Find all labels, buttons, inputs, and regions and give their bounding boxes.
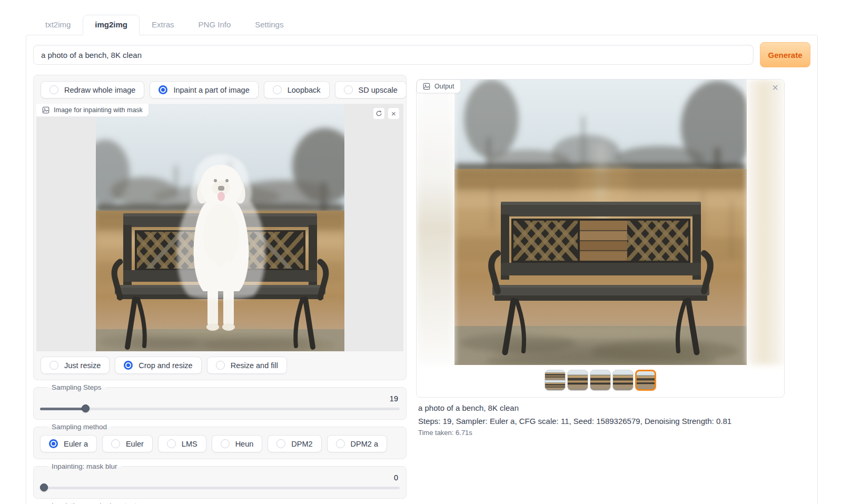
output-label: Output <box>434 83 454 90</box>
sampler-option-dpm2[interactable]: DPM2 <box>268 435 321 452</box>
radio-selected-icon <box>159 85 167 94</box>
settings-column: Redraw whole image Inpaint a part of ima… <box>33 75 407 504</box>
sampler-option-dpm2-a[interactable]: DPM2 a <box>327 435 387 452</box>
slider-track[interactable] <box>40 408 400 410</box>
sampler-option-label: LMS <box>182 440 197 448</box>
sampler-option-euler[interactable]: Euler <box>102 435 153 452</box>
slider-fill <box>40 408 86 410</box>
thumbnail-4-selected[interactable] <box>635 370 656 391</box>
sampler-option-label: Euler a <box>64 440 88 448</box>
mode-option-redraw-whole-image[interactable]: Redraw whole image <box>41 81 144 98</box>
masked-content-label: Inpainting: masked content <box>47 501 141 504</box>
radio-unselected-icon <box>276 439 285 448</box>
mode-option-loopback[interactable]: Loopback <box>264 81 330 98</box>
radio-selected-icon <box>124 361 133 370</box>
image-mode-panel: Redraw whole image Inpaint a part of ima… <box>33 75 407 380</box>
editor-label: Image for inpainting with mask <box>54 106 143 114</box>
prompt-row: Generate <box>33 42 810 67</box>
sampling-steps-fieldset: Sampling Steps 19 <box>33 387 407 420</box>
thumbnail-grid[interactable] <box>545 370 566 391</box>
caption-time: Time taken: 6.71s <box>418 429 785 437</box>
img2img-panel: Generate Redraw whole image Inpaint a pa… <box>26 35 818 504</box>
tab-bar: txt2img img2img Extras PNG Info Settings <box>33 15 295 34</box>
sampler-option-label: DPM2 <box>291 440 312 448</box>
radio-unselected-icon <box>216 361 225 370</box>
radio-unselected-icon <box>344 85 353 94</box>
mask-blur-value: 0 <box>40 473 400 482</box>
thumbnail-3[interactable] <box>612 370 634 391</box>
radio-unselected-icon <box>336 439 345 448</box>
inpaint-image-editor[interactable]: Image for inpainting with mask × <box>36 104 403 351</box>
sampling-steps-value: 19 <box>40 394 400 403</box>
tab-txt2img[interactable]: txt2img <box>33 15 83 34</box>
mode-option-label: Redraw whole image <box>64 86 135 94</box>
resize-option-crop-and-resize[interactable]: Crop and resize <box>115 357 201 374</box>
undo-icon <box>375 110 382 117</box>
blurred-edge-right <box>747 80 785 365</box>
tab-png-info[interactable]: PNG Info <box>186 15 243 34</box>
caption-params: Steps: 19, Sampler: Euler a, CFG scale: … <box>418 417 785 426</box>
resize-radio-group: Just resize Crop and resize Resize and f… <box>36 353 403 377</box>
slider-handle[interactable] <box>82 404 90 412</box>
mode-radio-group: Redraw whole image Inpaint a part of ima… <box>36 78 403 102</box>
output-label-chip: Output <box>417 80 461 93</box>
radio-selected-icon <box>49 439 58 448</box>
image-icon <box>42 106 50 114</box>
sampler-option-label: Heun <box>235 440 254 448</box>
tab-settings[interactable]: Settings <box>243 15 295 34</box>
caption-prompt: a photo of a bench, 8K clean <box>418 403 785 412</box>
mask-blur-label: Inpainting: mask blur <box>47 461 122 471</box>
mode-option-label: SD upscale <box>359 86 398 94</box>
tab-extras[interactable]: Extras <box>140 15 186 34</box>
output-column: Output × <box>416 75 810 437</box>
mode-option-sd-upscale[interactable]: SD upscale <box>335 81 407 98</box>
thumbnail-2[interactable] <box>590 370 611 391</box>
prompt-input[interactable] <box>33 45 754 65</box>
clear-image-button[interactable]: × <box>388 107 400 120</box>
image-icon <box>423 83 430 90</box>
slider-track[interactable] <box>40 487 400 489</box>
radio-unselected-icon <box>221 439 230 448</box>
resize-option-label: Resize and fill <box>231 361 278 370</box>
output-thumbnails <box>417 370 784 391</box>
resize-option-label: Just resize <box>64 361 101 370</box>
editor-buttons: × <box>373 107 400 120</box>
thumbnail-1[interactable] <box>567 370 588 391</box>
sampler-option-heun[interactable]: Heun <box>212 435 263 452</box>
resize-option-just-resize[interactable]: Just resize <box>41 357 110 374</box>
sampling-method-fieldset: Sampling method Euler a Euler LMS <box>33 427 407 459</box>
output-close-button[interactable]: × <box>772 82 778 93</box>
generate-button[interactable]: Generate <box>760 42 810 67</box>
slider-handle[interactable] <box>40 483 48 491</box>
tab-img2img[interactable]: img2img <box>83 15 140 34</box>
sampler-option-lms[interactable]: LMS <box>158 435 206 452</box>
mode-option-label: Inpaint a part of image <box>173 86 249 94</box>
mask-blur-fieldset: Inpainting: mask blur 0 <box>33 466 407 499</box>
generation-info: a photo of a bench, 8K clean Steps: 19, … <box>416 403 785 437</box>
radio-unselected-icon <box>111 439 120 448</box>
output-image-bench[interactable] <box>454 80 747 365</box>
sampling-method-radio-group: Euler a Euler LMS Heun <box>40 434 400 452</box>
blurred-edge-left <box>417 80 454 365</box>
sampler-option-label: DPM2 a <box>351 440 378 448</box>
sampling-steps-label: Sampling Steps <box>47 382 106 392</box>
resize-option-resize-and-fill[interactable]: Resize and fill <box>207 357 287 374</box>
output-panel: Output × <box>416 79 785 398</box>
sampling-steps-slider[interactable] <box>40 404 400 413</box>
undo-button[interactable] <box>373 107 385 120</box>
radio-unselected-icon <box>167 439 176 448</box>
sampler-option-label: Euler <box>126 440 144 448</box>
radio-unselected-icon <box>273 85 282 94</box>
radio-unselected-icon <box>50 361 58 370</box>
editor-label-chip: Image for inpainting with mask <box>36 104 149 117</box>
mode-option-label: Loopback <box>288 86 321 94</box>
mask-blur-slider[interactable] <box>40 483 400 492</box>
sampler-option-euler-a[interactable]: Euler a <box>40 435 97 452</box>
resize-option-label: Crop and resize <box>138 361 192 370</box>
radio-unselected-icon <box>50 85 58 94</box>
mode-option-inpaint-part[interactable]: Inpaint a part of image <box>150 81 258 98</box>
sampling-method-label: Sampling method <box>47 422 111 432</box>
output-image-row <box>417 80 784 365</box>
source-image-dog-on-bench[interactable] <box>96 104 344 351</box>
